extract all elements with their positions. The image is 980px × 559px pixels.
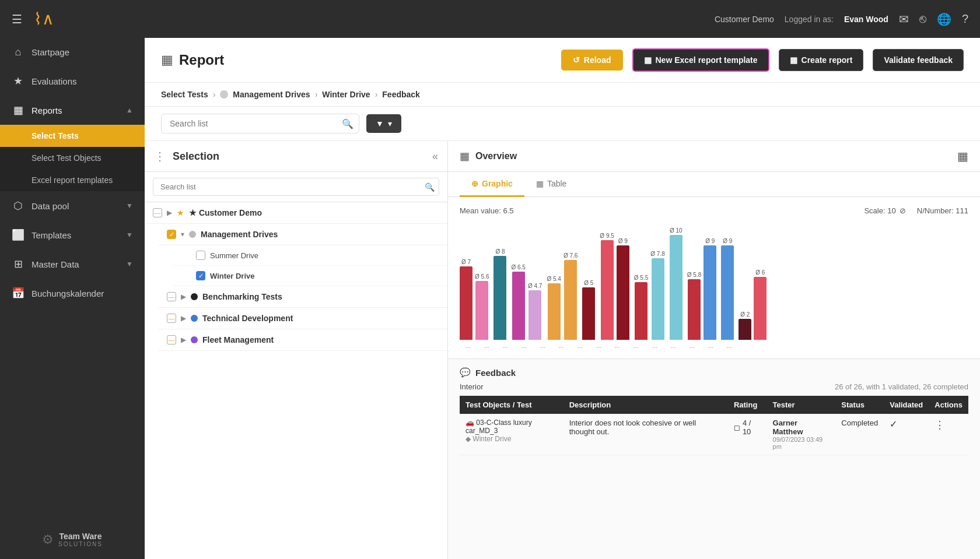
bar-group-1b: Ø 5.6 bbox=[475, 223, 489, 340]
tab-table[interactable]: ▦ Table bbox=[524, 172, 578, 197]
bar-darkred-1 bbox=[582, 287, 595, 340]
expand-fleet[interactable]: ▶ bbox=[181, 336, 186, 344]
sidebar-item-data-pool[interactable]: ⬡ Data pool ▼ bbox=[0, 191, 145, 220]
breadcrumb-current: Feedback bbox=[382, 90, 420, 99]
new-excel-button[interactable]: ▦ New Excel report template bbox=[632, 48, 769, 72]
sidebar-item-master-data[interactable]: ⊞ Master Data ▼ bbox=[0, 249, 145, 279]
chevron-up-icon: ▲ bbox=[126, 106, 133, 114]
chart-meta: Mean value: 6.5 Scale: 10 ⊘ N/Number: 11… bbox=[460, 206, 968, 215]
checkbox-technical-dev[interactable]: — bbox=[167, 314, 176, 323]
sidebar-brand-name: Team Ware bbox=[58, 532, 103, 541]
tree-item-fleet[interactable]: — ▶ Fleet Management bbox=[159, 329, 447, 351]
chevron-down-icon: ▼ bbox=[126, 202, 133, 210]
status-text: Completed bbox=[841, 419, 878, 427]
panel-title: Selection bbox=[173, 150, 432, 163]
bar-orange-2 bbox=[564, 260, 577, 340]
sidebar-item-templates[interactable]: ⬜ Templates ▼ bbox=[0, 220, 145, 249]
dot-fleet bbox=[191, 336, 198, 343]
breadcrumb-winter-drive[interactable]: Winter Drive bbox=[322, 90, 370, 99]
table-tab-label: Table bbox=[547, 179, 566, 188]
feedback-table: Test Objects / Test Description Rating T… bbox=[460, 396, 968, 455]
label-technical-dev: Technical Development bbox=[202, 314, 439, 323]
description-text: Interior does not look cohesive or well … bbox=[569, 419, 696, 436]
logout-icon[interactable]: ⎋ bbox=[919, 12, 926, 26]
mean-value-display: Mean value: 6.5 bbox=[460, 206, 514, 215]
checkbox-customer-demo[interactable]: — bbox=[153, 208, 162, 217]
bar-label-7-6: Ø 7.6 bbox=[564, 252, 578, 259]
mail-icon[interactable]: ✉ bbox=[899, 12, 909, 26]
x-label-15: ... bbox=[721, 342, 737, 349]
sidebar-item-excel-templates[interactable]: Excel report templates bbox=[0, 169, 145, 191]
tab-graphic[interactable]: ⊕ Graphic bbox=[460, 172, 524, 197]
sidebar-item-select-test-objects[interactable]: Select Test Objects bbox=[0, 147, 145, 169]
overview-icon: ▦ bbox=[460, 150, 470, 163]
sidebar-item-evaluations[interactable]: ★ Evaluations bbox=[0, 66, 145, 96]
bar-red-2 bbox=[635, 282, 648, 340]
tree-item-benchmarking[interactable]: — ▶ Benchmarking Tests bbox=[159, 286, 447, 308]
checkbox-benchmarking[interactable]: — bbox=[167, 292, 176, 301]
checkbox-management-drives[interactable]: ✓ bbox=[167, 230, 176, 239]
panel-search-input[interactable] bbox=[153, 178, 439, 196]
search-bar: 🔍 ▼ ▾ bbox=[145, 107, 980, 141]
bar-orange-1 bbox=[548, 283, 561, 340]
breadcrumb-management-drives[interactable]: Management Drives bbox=[233, 90, 310, 99]
expand-management-drives[interactable]: ▾ bbox=[181, 230, 184, 238]
menu-toggle-button[interactable]: ☰ bbox=[12, 12, 22, 26]
td-test-object: 🚗 03-C-Class luxury car_MD_3 ◆ Winter Dr… bbox=[460, 414, 564, 455]
sidebar: ⌂ Startpage ★ Evaluations ▦ Reports ▲ Se… bbox=[0, 38, 145, 559]
help-icon[interactable]: ? bbox=[962, 12, 968, 26]
reload-button[interactable]: ↺ Reload bbox=[561, 50, 623, 71]
sidebar-item-reports[interactable]: ▦ Reports ▲ bbox=[0, 96, 145, 125]
expand-customer-demo[interactable]: ▶ bbox=[167, 209, 172, 217]
bar-label-2: Ø 2 bbox=[740, 311, 750, 318]
sidebar-label-startpage: Startpage bbox=[32, 47, 133, 57]
data-pool-icon: ⬡ bbox=[12, 199, 24, 212]
table-view-icon[interactable]: ▦ bbox=[957, 149, 968, 163]
table-header-row: Test Objects / Test Description Rating T… bbox=[460, 396, 968, 414]
test-name: ◆ Winter Drive bbox=[466, 435, 558, 443]
checkbox-summer-drive[interactable] bbox=[196, 251, 205, 260]
filter-icon: ▼ bbox=[376, 119, 384, 128]
topbar: ☰ ⌇∧ Customer Demo Logged in as: Evan Wo… bbox=[0, 0, 980, 38]
rating-value: 4 / 10 bbox=[743, 419, 761, 436]
expand-technical-dev[interactable]: ▶ bbox=[181, 314, 186, 322]
td-rating: ◻ 4 / 10 bbox=[728, 414, 767, 455]
search-input[interactable] bbox=[161, 114, 359, 133]
filter-button[interactable]: ▼ ▾ bbox=[366, 114, 401, 133]
feedback-sub: Interior 26 of 26, with 1 validated, 26 … bbox=[460, 382, 968, 391]
checkbox-fleet[interactable]: — bbox=[167, 335, 176, 344]
bar-label-7: Ø 7 bbox=[461, 259, 471, 265]
validate-feedback-button[interactable]: Validate feedback bbox=[873, 49, 964, 71]
globe-icon[interactable]: 🌐 bbox=[937, 12, 951, 26]
label-customer-demo: ★ Customer Demo bbox=[189, 208, 439, 217]
tree-item-customer-demo[interactable]: — ▶ ★ ★ Customer Demo bbox=[145, 202, 447, 224]
create-report-button[interactable]: ▦ Create report bbox=[779, 49, 864, 71]
tree-item-winter-drive[interactable]: ✓ Winter Drive bbox=[173, 266, 447, 286]
x-label-8: ... bbox=[590, 342, 607, 349]
feedback-count: 26 of 26, with 1 validated, 26 completed bbox=[835, 382, 968, 391]
row-actions-button[interactable]: ⋮ bbox=[935, 419, 945, 431]
sidebar-item-buchungskalender[interactable]: 📅 Buchungskalender bbox=[0, 279, 145, 308]
tree-item-management-drives[interactable]: ✓ ▾ Management Drives bbox=[159, 224, 447, 245]
bar-label-9-5: Ø 9.5 bbox=[600, 233, 614, 239]
checkbox-winter-drive[interactable]: ✓ bbox=[196, 271, 205, 280]
bar-salmon-1 bbox=[601, 240, 614, 340]
sidebar-item-select-tests[interactable]: Select Tests bbox=[0, 125, 145, 147]
bar-group-1: Ø 7 bbox=[460, 223, 473, 340]
breadcrumb-select-tests[interactable]: Select Tests bbox=[161, 90, 208, 99]
panel-collapse-icon[interactable]: « bbox=[432, 150, 438, 163]
expand-benchmarking[interactable]: ▶ bbox=[181, 293, 186, 301]
x-label-4: ... bbox=[516, 342, 532, 349]
home-icon: ⌂ bbox=[12, 46, 24, 58]
sidebar-item-startpage[interactable]: ⌂ Startpage bbox=[0, 38, 145, 66]
breadcrumb-arrow-2: › bbox=[315, 90, 318, 99]
x-label-11: ... bbox=[646, 342, 663, 349]
tree-item-summer-drive[interactable]: Summer Drive bbox=[173, 245, 447, 266]
sidebar-brand-sub: SOLUTIONS bbox=[58, 541, 103, 547]
feedback-header: 💬 Feedback bbox=[460, 367, 968, 378]
td-tester: Garner Matthew 09/07/2023 03:49 pm bbox=[767, 414, 836, 455]
test-label: Winter Drive bbox=[473, 435, 511, 443]
tree-item-technical-dev[interactable]: — ▶ Technical Development bbox=[159, 308, 447, 329]
table-row: 🚗 03-C-Class luxury car_MD_3 ◆ Winter Dr… bbox=[460, 414, 968, 455]
panel-menu-icon[interactable]: ⋮ bbox=[154, 149, 166, 163]
